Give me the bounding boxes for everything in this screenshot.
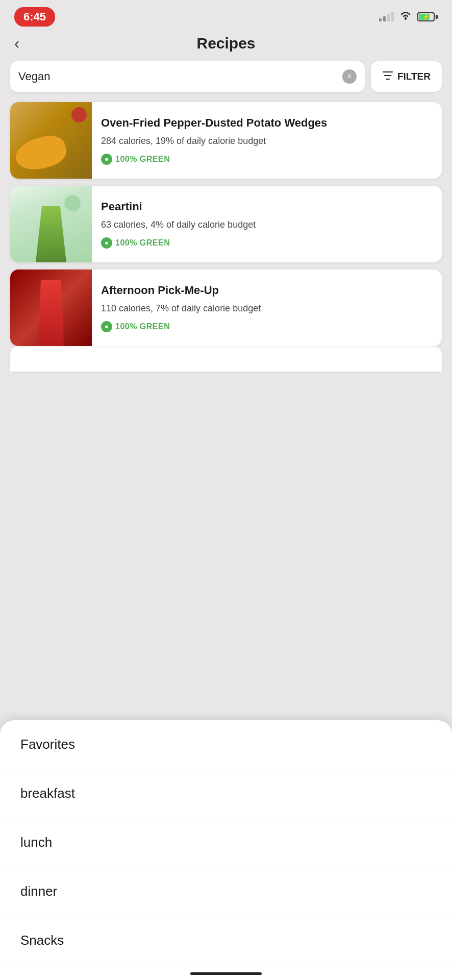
- recipe-image-2: [10, 186, 92, 262]
- battery-icon: ⚡: [417, 12, 438, 21]
- filter-label: FILTER: [397, 71, 431, 82]
- recipe-name-2: Peartini: [101, 200, 433, 214]
- green-label-1: 100% GREEN: [115, 155, 170, 164]
- recipe-info-3: Afternoon Pick-Me-Up 110 calories, 7% of…: [92, 270, 442, 346]
- recipe-calories-2: 63 calories, 4% of daily calorie budget: [101, 218, 433, 231]
- recipe-info-1: Oven-Fried Pepper-Dusted Potato Wedges 2…: [92, 102, 442, 179]
- sheet-item-lunch[interactable]: lunch: [0, 818, 452, 867]
- green-circle-icon-3: ●: [101, 321, 112, 332]
- green-circle-icon-2: ●: [101, 237, 112, 249]
- sheet-item-breakfast[interactable]: breakfast: [0, 769, 452, 818]
- recipe-calories-1: 284 calories, 19% of daily calorie budge…: [101, 135, 433, 148]
- header: ‹ Recipes: [0, 31, 452, 61]
- recipe-info-2: Peartini 63 calories, 4% of daily calori…: [92, 186, 442, 262]
- signal-bars-icon: [379, 12, 394, 21]
- recipe-image-1: [10, 102, 92, 179]
- filter-button[interactable]: FILTER: [371, 61, 442, 92]
- recipe-card[interactable]: Peartini 63 calories, 4% of daily calori…: [10, 186, 442, 262]
- status-bar: 6:45 ⚡: [0, 0, 452, 31]
- search-query: Vegan: [18, 70, 342, 83]
- green-circle-icon-1: ●: [101, 154, 112, 165]
- filter-icon: [382, 70, 393, 84]
- sheet-item-snacks[interactable]: Snacks: [0, 916, 452, 965]
- recipe-image-3: [10, 270, 92, 346]
- recipe-card[interactable]: Oven-Fried Pepper-Dusted Potato Wedges 2…: [10, 102, 442, 179]
- recipes-list: Oven-Fried Pepper-Dusted Potato Wedges 2…: [0, 102, 452, 346]
- status-icons: ⚡: [379, 10, 438, 23]
- recipe-name-3: Afternoon Pick-Me-Up: [101, 283, 433, 298]
- recipe-calories-3: 110 calories, 7% of daily calorie budget: [101, 302, 433, 315]
- green-badge-1: ● 100% GREEN: [101, 154, 433, 165]
- wifi-icon: [399, 10, 412, 23]
- recipe-card[interactable]: Afternoon Pick-Me-Up 110 calories, 7% of…: [10, 270, 442, 346]
- green-badge-2: ● 100% GREEN: [101, 237, 433, 249]
- partial-recipe-card: [10, 346, 442, 372]
- page-title: Recipes: [196, 35, 255, 52]
- bottom-sheet: Favorites breakfast lunch dinner Snacks: [0, 720, 452, 980]
- sheet-item-favorites[interactable]: Favorites: [0, 720, 452, 769]
- green-label-3: 100% GREEN: [115, 322, 170, 331]
- green-label-2: 100% GREEN: [115, 238, 170, 248]
- recipe-name-1: Oven-Fried Pepper-Dusted Potato Wedges: [101, 116, 433, 131]
- search-area: Vegan × FILTER: [0, 61, 452, 92]
- back-button[interactable]: ‹: [14, 36, 19, 51]
- green-badge-3: ● 100% GREEN: [101, 321, 433, 332]
- home-indicator: [190, 972, 262, 975]
- sheet-item-dinner[interactable]: dinner: [0, 867, 452, 916]
- svg-point-0: [405, 18, 407, 20]
- search-input-wrapper[interactable]: Vegan ×: [10, 61, 365, 92]
- clear-search-button[interactable]: ×: [342, 69, 357, 84]
- status-time: 6:45: [14, 7, 55, 27]
